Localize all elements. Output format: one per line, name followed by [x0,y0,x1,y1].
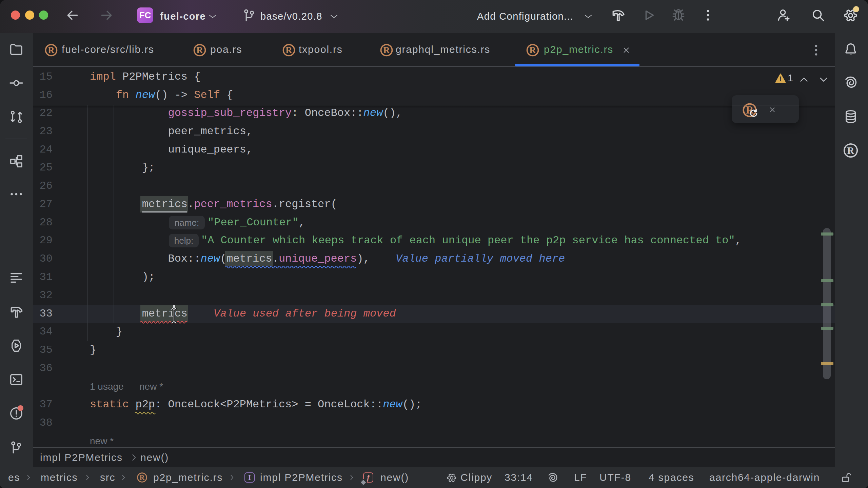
svg-text:R: R [140,474,145,481]
svg-text:R: R [847,145,855,156]
